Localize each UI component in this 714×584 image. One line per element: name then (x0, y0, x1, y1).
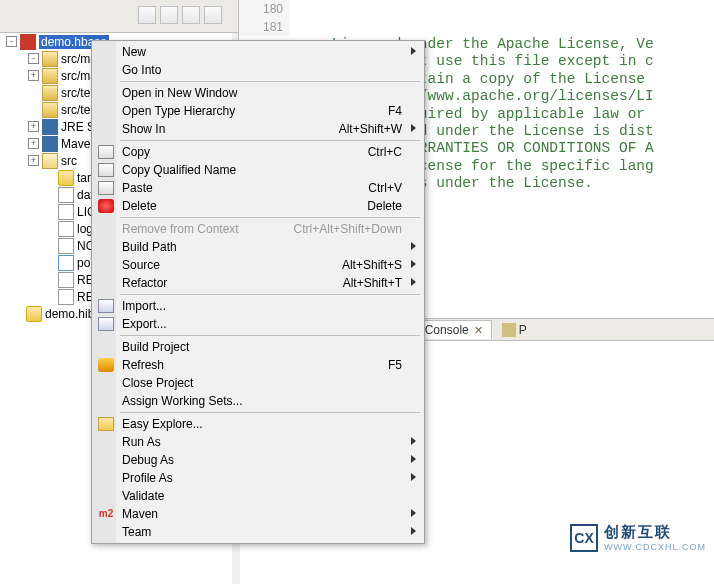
submenu-arrow-icon (411, 509, 416, 517)
menu-debug-as[interactable]: Debug As (94, 451, 422, 469)
line-number: 181 (239, 18, 283, 36)
expand-icon[interactable]: - (28, 53, 39, 64)
menu-assign-working-sets[interactable]: Assign Working Sets... (94, 392, 422, 410)
menu-copy[interactable]: CopyCtrl+C (94, 143, 422, 161)
toolbar-icon-2[interactable] (160, 6, 178, 24)
expand-icon[interactable]: + (28, 70, 39, 81)
menu-refactor[interactable]: RefactorAlt+Shift+T (94, 274, 422, 292)
watermark-logo-icon: CX (570, 524, 598, 552)
toolbar-icon-4[interactable] (204, 6, 222, 24)
xml-icon (58, 255, 74, 271)
menu-show-in[interactable]: Show InAlt+Shift+W (94, 120, 422, 138)
toolbar-icon-1[interactable] (138, 6, 156, 24)
close-icon[interactable]: ✕ (474, 324, 483, 337)
file-icon (58, 289, 74, 305)
expand-icon (44, 291, 55, 302)
watermark-text: 创新互联 (604, 523, 706, 542)
pkg-icon (42, 51, 58, 67)
copy-icon (98, 145, 114, 159)
menu-paste[interactable]: PasteCtrl+V (94, 179, 422, 197)
submenu-arrow-icon (411, 278, 416, 286)
expand-icon (44, 240, 55, 251)
expand-icon[interactable]: + (28, 155, 39, 166)
line-gutter: 180 181 (239, 0, 289, 36)
folder-icon (98, 417, 114, 431)
expand-icon (28, 87, 39, 98)
toolbar-icon-3[interactable] (182, 6, 200, 24)
jre-icon (42, 119, 58, 135)
maven-project-icon (20, 34, 36, 50)
menu-refresh[interactable]: RefreshF5 (94, 356, 422, 374)
expand-icon (44, 274, 55, 285)
menu-source[interactable]: SourceAlt+Shift+S (94, 256, 422, 274)
menu-export[interactable]: Export... (94, 315, 422, 333)
pkg-icon (42, 68, 58, 84)
paste-icon (98, 181, 114, 195)
file-icon (58, 187, 74, 203)
expand-icon (44, 223, 55, 234)
submenu-arrow-icon (411, 473, 416, 481)
pkg-icon (42, 102, 58, 118)
generic-tab-icon (502, 323, 516, 337)
submenu-arrow-icon (411, 437, 416, 445)
expand-icon[interactable]: + (28, 138, 39, 149)
fldr-icon (26, 306, 42, 322)
refresh-icon (98, 358, 114, 372)
watermark: CX 创新互联 WWW.CDCXHL.COM (570, 523, 706, 552)
expand-icon (44, 189, 55, 200)
menu-open-new-window[interactable]: Open in New Window (94, 84, 422, 102)
tree-item-label: src/te (61, 86, 90, 100)
menu-build-project[interactable]: Build Project (94, 338, 422, 356)
file-icon (58, 204, 74, 220)
menu-import[interactable]: Import... (94, 297, 422, 315)
expand-icon (44, 172, 55, 183)
tree-item-label: src/te (61, 103, 90, 117)
menu-profile-as[interactable]: Profile As (94, 469, 422, 487)
maven-icon: m2 (98, 507, 114, 521)
srcf-icon (42, 153, 58, 169)
menu-open-type-hierarchy[interactable]: Open Type HierarchyF4 (94, 102, 422, 120)
watermark-url: WWW.CDCXHL.COM (604, 542, 706, 552)
submenu-arrow-icon (411, 455, 416, 463)
menu-validate[interactable]: Validate (94, 487, 422, 505)
jre-icon (42, 136, 58, 152)
expand-icon (44, 206, 55, 217)
submenu-arrow-icon (411, 260, 416, 268)
file-icon (58, 272, 74, 288)
menu-remove-from-context: Remove from ContextCtrl+Alt+Shift+Down (94, 220, 422, 238)
submenu-arrow-icon (411, 242, 416, 250)
expand-icon[interactable]: - (6, 36, 17, 47)
pkg-icon (42, 85, 58, 101)
menu-close-project[interactable]: Close Project (94, 374, 422, 392)
menu-easy-explore[interactable]: Easy Explore... (94, 415, 422, 433)
menu-copy-qualified-name[interactable]: Copy Qualified Name (94, 161, 422, 179)
menu-build-path[interactable]: Build Path (94, 238, 422, 256)
menu-new[interactable]: New (94, 43, 422, 61)
export-icon (98, 317, 114, 331)
file-icon (58, 238, 74, 254)
submenu-arrow-icon (411, 124, 416, 132)
menu-delete[interactable]: DeleteDelete (94, 197, 422, 215)
expand-icon[interactable]: + (28, 121, 39, 132)
submenu-arrow-icon (411, 47, 416, 55)
expand-icon (44, 257, 55, 268)
expand-icon (28, 104, 39, 115)
menu-maven[interactable]: m2Maven (94, 505, 422, 523)
menu-go-into[interactable]: Go Into (94, 61, 422, 79)
context-menu: New Go Into Open in New Window Open Type… (91, 40, 425, 544)
import-icon (98, 299, 114, 313)
menu-team[interactable]: Team (94, 523, 422, 541)
copy-icon (98, 163, 114, 177)
tree-item-label: src (61, 154, 77, 168)
tab-p[interactable]: P (494, 321, 535, 339)
expand-icon (12, 308, 23, 319)
line-number: 180 (239, 0, 283, 18)
submenu-arrow-icon (411, 527, 416, 535)
fldr-icon (58, 170, 74, 186)
menu-run-as[interactable]: Run As (94, 433, 422, 451)
file-icon (58, 221, 74, 237)
delete-icon (98, 199, 114, 213)
